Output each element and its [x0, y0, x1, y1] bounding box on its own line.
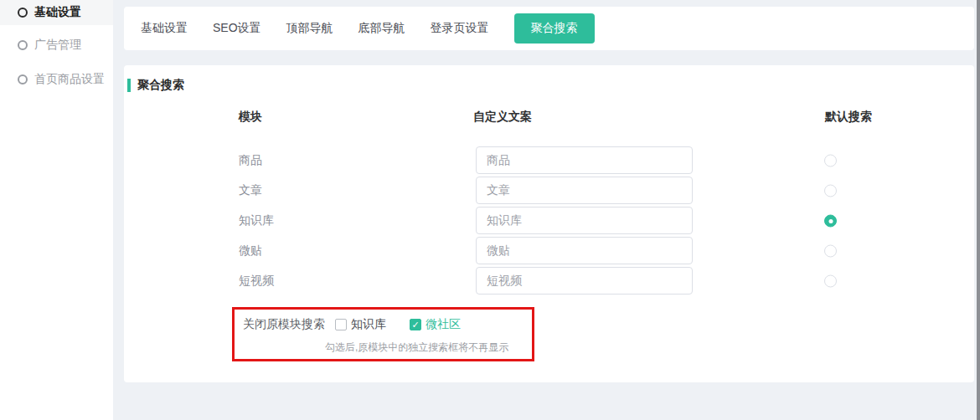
default-search-radio[interactable]: [824, 185, 837, 197]
table-row: 知识库: [124, 206, 974, 236]
module-label: 知识库: [239, 213, 274, 228]
vertical-scrollbar[interactable]: [977, 0, 980, 420]
custom-text-input[interactable]: [476, 177, 693, 204]
module-label: 短视频: [239, 274, 274, 289]
sidebar-item-label: 基础设置: [34, 5, 81, 20]
table-row: 文章: [124, 176, 974, 206]
module-label: 文章: [239, 183, 262, 198]
column-header-module: 模块: [239, 110, 262, 125]
circle-icon: [18, 40, 28, 50]
checkbox-unchecked-icon: [335, 319, 347, 330]
checkbox-label: 知识库: [351, 317, 386, 332]
custom-text-input[interactable]: [476, 207, 693, 234]
checkbox-micro-community[interactable]: ✓ 微社区: [410, 317, 461, 332]
column-header-default-search: 默认搜索: [825, 110, 872, 125]
settings-tab-bar: 基础设置 SEO设置 顶部导航 底部导航 登录页设置 聚合搜索: [124, 7, 974, 50]
sidebar-item-basic-settings[interactable]: 基础设置: [0, 0, 113, 25]
custom-text-input[interactable]: [476, 267, 693, 295]
red-annotation-box: 关闭原模块搜索 知识库 ✓ 微社区 勾选后,原模块中的独立搜索框将不再显示: [232, 307, 534, 361]
sidebar-item-label: 广告管理: [34, 38, 81, 53]
custom-text-input[interactable]: [476, 146, 693, 174]
sidebar-item-ad-management[interactable]: 广告管理: [0, 32, 113, 59]
sidebar: 基础设置 广告管理 首页商品设置: [0, 0, 113, 420]
section-title: 聚合搜索: [127, 78, 184, 93]
custom-text-input[interactable]: [476, 237, 693, 264]
circle-icon: [18, 8, 28, 18]
hint-text: 勾选后,原模块中的独立搜索框将不再显示: [325, 341, 508, 355]
close-module-search-label: 关闭原模块搜索: [243, 317, 325, 332]
checkbox-label: 微社区: [426, 317, 461, 332]
checkbox-knowledge-base[interactable]: 知识库: [335, 317, 386, 332]
circle-icon: [18, 74, 28, 85]
module-label: 商品: [239, 153, 262, 168]
default-search-radio[interactable]: [824, 245, 837, 258]
tab-bottom-nav[interactable]: 底部导航: [358, 21, 405, 36]
default-search-radio[interactable]: [824, 155, 837, 167]
checkbox-checked-icon: ✓: [410, 319, 421, 330]
sidebar-item-home-product-settings[interactable]: 首页商品设置: [0, 66, 113, 93]
tab-login-page-settings[interactable]: 登录页设置: [431, 21, 489, 36]
module-label: 微贴: [239, 243, 262, 259]
close-module-search-row: 关闭原模块搜索 知识库 ✓ 微社区: [243, 316, 461, 333]
default-search-radio-selected[interactable]: [824, 215, 837, 228]
column-header-custom-text: 自定义文案: [473, 110, 532, 125]
tab-seo-settings[interactable]: SEO设置: [213, 21, 261, 36]
tab-top-nav[interactable]: 顶部导航: [286, 21, 333, 36]
table-row: 商品: [124, 146, 974, 176]
aggregate-search-panel: 聚合搜索 模块 自定义文案 默认搜索 商品 文章 知识库 微贴 短视频 关闭原模…: [124, 65, 974, 382]
tab-basic-settings[interactable]: 基础设置: [141, 21, 188, 36]
default-search-radio[interactable]: [824, 275, 837, 288]
sidebar-item-label: 首页商品设置: [34, 72, 105, 87]
tab-aggregate-search[interactable]: 聚合搜索: [514, 13, 595, 44]
title-accent-bar: [127, 79, 131, 92]
section-title-text: 聚合搜索: [137, 78, 184, 93]
table-row: 微贴: [124, 236, 974, 266]
table-row: 短视频: [124, 266, 974, 296]
